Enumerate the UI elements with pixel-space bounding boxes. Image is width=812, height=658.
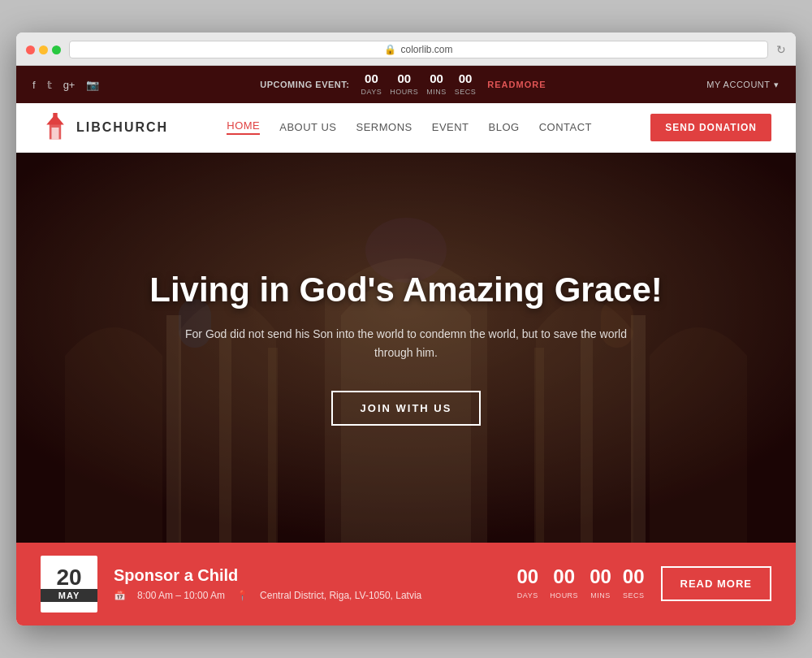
social-links: f 𝕥 g+ 📷 — [32, 79, 99, 91]
svg-rect-2 — [53, 113, 57, 120]
countdown-group: 00 DAYS 00 HOURS 00 MINS 00 SECS — [361, 72, 476, 97]
facebook-icon[interactable]: f — [32, 79, 36, 91]
instagram-icon[interactable]: 📷 — [86, 79, 99, 91]
join-button[interactable]: JOIN WITH US — [331, 391, 482, 426]
event-bar: 20 MAY Sponsor a Child 📅 8:00 Am – 10:00… — [16, 543, 796, 626]
twitter-icon[interactable]: 𝕥 — [47, 79, 52, 91]
header-nav: LIBCHURCH HOME ABOUT US SERMONS EVENT BL… — [16, 103, 796, 153]
chevron-down-icon: ▾ — [774, 80, 780, 90]
browser-chrome: 🔒 colorlib.com ↻ — [16, 32, 796, 66]
upcoming-event-section: UPCOMING EVENT: 00 DAYS 00 HOURS 00 MINS… — [260, 72, 546, 97]
calendar-icon: 📅 — [114, 590, 126, 601]
event-date-box: 20 MAY — [41, 556, 97, 613]
countdown-days: 00 DAYS — [361, 72, 382, 97]
hero-subtitle: For God did not send his Son into the wo… — [183, 325, 629, 361]
nav-home[interactable]: HOME — [227, 119, 260, 135]
event-location: Central District, Riga, LV-1050, Latvia — [260, 590, 421, 601]
close-dot[interactable] — [26, 45, 35, 54]
nav-sermons[interactable]: SERMONS — [356, 121, 412, 133]
logo-text: LIBCHURCH — [76, 120, 168, 135]
navigation: HOME ABOUT US SERMONS EVENT BLOG CONTACT — [227, 119, 592, 135]
location-icon: 📍 — [236, 590, 248, 601]
event-details: 📅 8:00 Am – 10:00 Am 📍 Central District,… — [114, 590, 500, 601]
countdown-secs: 00 SECS — [455, 72, 477, 97]
event-days: 00 DAYS — [516, 567, 538, 601]
readmore-link[interactable]: READMORE — [487, 80, 546, 89]
nav-about[interactable]: ABOUT US — [279, 121, 336, 133]
countdown-hours: 00 HOURS — [390, 72, 418, 97]
svg-rect-3 — [52, 128, 59, 139]
lock-icon: 🔒 — [384, 44, 396, 55]
countdown-mins: 00 MINS — [426, 72, 447, 97]
browser-dots — [26, 45, 61, 54]
logo-area: LIBCHURCH — [41, 113, 168, 142]
nav-blog[interactable]: BLOG — [489, 121, 520, 133]
event-secs: 00 SECS — [623, 567, 645, 601]
account-label: MY ACCOUNT — [706, 80, 770, 89]
event-day: 20 — [56, 566, 81, 589]
event-month: MAY — [41, 589, 97, 602]
minimize-dot[interactable] — [39, 45, 48, 54]
browser-window: 🔒 colorlib.com ↻ f 𝕥 g+ 📷 UPCOMING EVENT… — [16, 32, 796, 626]
hero-title: Living in God's Amazing Grace! — [149, 270, 663, 310]
event-mins: 00 MINS — [590, 567, 611, 601]
googleplus-icon[interactable]: g+ — [63, 79, 76, 91]
upcoming-event-label: UPCOMING EVENT: — [260, 80, 349, 89]
hero-content: Living in God's Amazing Grace! For God d… — [133, 270, 679, 426]
top-bar: f 𝕥 g+ 📷 UPCOMING EVENT: 00 DAYS 00 HOUR… — [16, 66, 796, 103]
maximize-dot[interactable] — [52, 45, 61, 54]
event-hours: 00 HOURS — [550, 567, 578, 601]
url-text: colorlib.com — [400, 44, 452, 55]
event-title: Sponsor a Child — [114, 566, 500, 585]
church-logo-icon — [41, 113, 70, 142]
account-menu[interactable]: MY ACCOUNT ▾ — [706, 80, 780, 90]
donate-button[interactable]: SEND DONATION — [650, 114, 771, 141]
address-bar[interactable]: 🔒 colorlib.com — [69, 41, 768, 58]
refresh-button[interactable]: ↻ — [776, 43, 786, 56]
nav-contact[interactable]: CONTACT — [539, 121, 592, 133]
read-more-button[interactable]: READ MORE — [661, 566, 771, 601]
nav-event[interactable]: EVENT — [432, 121, 469, 133]
event-info: Sponsor a Child 📅 8:00 Am – 10:00 Am 📍 C… — [114, 566, 500, 601]
event-time: 8:00 Am – 10:00 Am — [137, 590, 225, 601]
hero-section: Living in God's Amazing Grace! For God d… — [16, 153, 796, 543]
event-countdown: 00 DAYS 00 HOURS 00 MINS 00 SECS — [516, 567, 644, 601]
